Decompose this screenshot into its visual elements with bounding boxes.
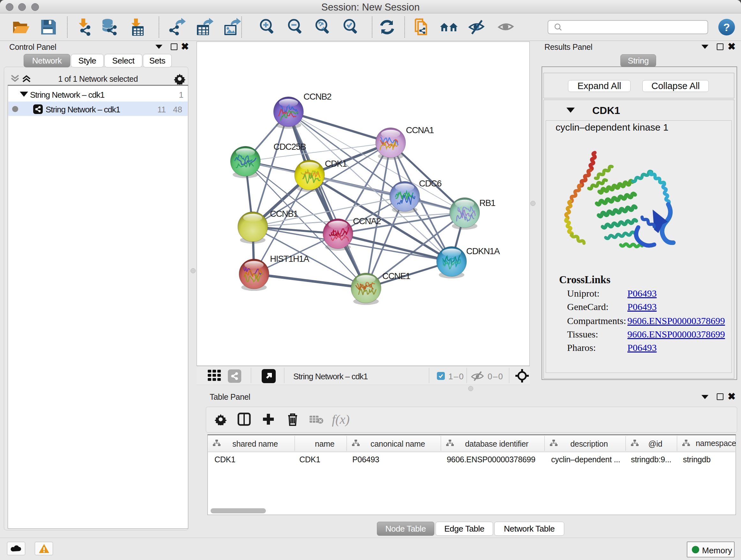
svg-text:CCNB1: CCNB1 xyxy=(270,209,298,219)
svg-text:CDC6: CDC6 xyxy=(419,179,442,188)
svg-text:CDC25B: CDC25B xyxy=(273,142,306,152)
svg-text:CDKN1A: CDKN1A xyxy=(466,246,500,256)
svg-text:CDK1: CDK1 xyxy=(325,159,347,169)
svg-text:HIST1H1A: HIST1H1A xyxy=(270,254,310,264)
svg-text:RB1: RB1 xyxy=(479,198,495,208)
svg-text:CCNA1: CCNA1 xyxy=(406,125,434,135)
svg-text:CCNA2: CCNA2 xyxy=(353,216,381,226)
svg-text:CCNB2: CCNB2 xyxy=(304,91,331,102)
svg-text:CCNE1: CCNE1 xyxy=(382,271,410,281)
